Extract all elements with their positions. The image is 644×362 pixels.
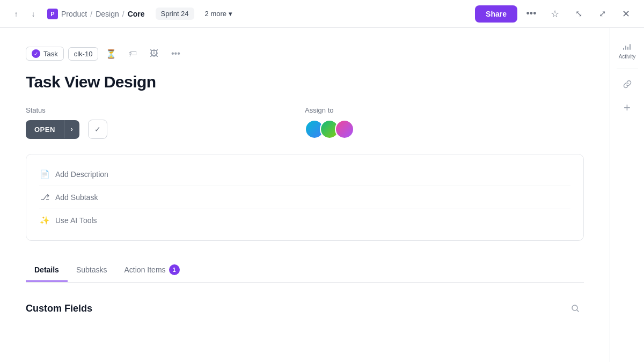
sprint-tag[interactable]: Sprint 24 [156, 8, 194, 20]
description-box: 📄 Add Description ⎇ Add Subtask ✨ Use AI… [26, 154, 584, 241]
right-sidebar: Activity + [610, 28, 644, 362]
more-button[interactable]: 2 more ▾ [201, 8, 237, 20]
custom-fields-section: Custom Fields [26, 283, 584, 317]
assignees-list [305, 120, 584, 139]
more-meta-icon[interactable]: ••• [167, 45, 184, 62]
star-button[interactable]: ☆ [545, 4, 565, 24]
use-ai-text: Use AI Tools [55, 216, 97, 225]
breadcrumb-sep-2: / [122, 10, 125, 18]
more-options-button[interactable]: ••• [522, 4, 541, 24]
subtask-icon: ⎇ [39, 193, 50, 202]
svg-rect-4 [627, 47, 628, 50]
checkmark-icon: ✓ [94, 125, 101, 134]
svg-rect-2 [623, 48, 624, 50]
tabs-section: Details Subtasks Action Items 1 [26, 258, 584, 283]
image-icon[interactable]: 🖼 [145, 45, 163, 62]
topbar-actions: Share ••• ☆ ⤡ ⤢ ✕ [475, 4, 635, 24]
custom-fields-search-icon[interactable] [567, 300, 584, 317]
status-text: OPEN [26, 120, 64, 139]
activity-icon [621, 41, 632, 51]
task-id-badge[interactable]: clk-10 [68, 47, 99, 61]
task-check-icon: ✓ [32, 49, 40, 58]
description-icon: 📄 [39, 169, 50, 179]
sidebar-divider [617, 69, 638, 69]
assign-section: Assign to [305, 106, 584, 139]
topbar: ↑ ↓ P Product / Design / Core Sprint 24 … [0, 0, 644, 28]
status-section: Status OPEN › ✓ [26, 106, 305, 139]
status-button[interactable]: OPEN › [26, 120, 79, 139]
breadcrumb-sep-1: / [90, 10, 92, 18]
breadcrumb: P Product / Design / Core [47, 9, 145, 19]
use-ai-item[interactable]: ✨ Use AI Tools [39, 211, 570, 230]
breadcrumb-product[interactable]: Product [61, 10, 87, 18]
fullscreen-button[interactable]: ⤢ [592, 4, 612, 24]
expand-button[interactable]: ⤡ [569, 4, 588, 24]
svg-rect-3 [625, 46, 626, 50]
add-description-text: Add Description [55, 170, 108, 179]
task-meta: ✓ Task clk-10 ⏳ 🏷 🖼 ••• [26, 45, 584, 62]
add-subtask-text: Add Subtask [55, 193, 98, 202]
tab-subtasks[interactable]: Subtasks [68, 259, 116, 282]
add-subtask-item[interactable]: ⎇ Add Subtask [39, 188, 570, 206]
status-label: Status [26, 106, 305, 114]
link-button[interactable] [617, 73, 638, 95]
ai-tools-icon: ✨ [39, 216, 50, 225]
svg-rect-5 [630, 44, 631, 50]
breadcrumb-nav: ↑ ↓ P Product / Design / Core Sprint 24 … [9, 6, 475, 21]
chevron-down-icon: ▾ [229, 10, 232, 18]
add-description-item[interactable]: 📄 Add Description [39, 165, 570, 183]
custom-fields-title: Custom Fields [26, 303, 92, 314]
task-type-label: Task [43, 50, 58, 58]
assign-label: Assign to [305, 106, 584, 114]
tab-action-items[interactable]: Action Items 1 [116, 258, 188, 283]
svg-line-1 [577, 310, 579, 312]
breadcrumb-core[interactable]: Core [128, 10, 145, 18]
close-button[interactable]: ✕ [616, 4, 635, 24]
tabs-row: Details Subtasks Action Items 1 [26, 258, 584, 283]
status-arrow-icon: › [64, 120, 79, 138]
action-items-badge: 1 [169, 264, 180, 275]
nav-down-button[interactable]: ↓ [26, 6, 41, 21]
activity-button[interactable]: Activity [617, 36, 638, 64]
desc-divider-2 [39, 209, 570, 209]
timer-icon[interactable]: ⏳ [103, 45, 120, 62]
desc-divider-1 [39, 186, 570, 186]
custom-fields-heading: Custom Fields [26, 300, 584, 317]
activity-label: Activity [619, 54, 636, 60]
nav-up-button[interactable]: ↑ [9, 6, 24, 21]
tag-icon[interactable]: 🏷 [124, 45, 141, 62]
status-assign-row: Status OPEN › ✓ Assign to [26, 106, 584, 139]
avatar-3[interactable] [335, 120, 354, 139]
breadcrumb-product-icon: P [47, 9, 58, 19]
link-icon [623, 79, 632, 89]
task-type-badge[interactable]: ✓ Task [26, 47, 64, 61]
tab-details[interactable]: Details [26, 259, 68, 282]
share-button[interactable]: Share [475, 5, 517, 23]
task-title: Task View Design [26, 73, 584, 91]
content-area: ✓ Task clk-10 ⏳ 🏷 🖼 ••• Task View Design… [0, 28, 610, 362]
status-confirm-button[interactable]: ✓ [88, 120, 107, 139]
main-layout: ✓ Task clk-10 ⏳ 🏷 🖼 ••• Task View Design… [0, 28, 644, 362]
breadcrumb-design[interactable]: Design [96, 10, 119, 18]
add-button[interactable]: + [617, 97, 638, 119]
